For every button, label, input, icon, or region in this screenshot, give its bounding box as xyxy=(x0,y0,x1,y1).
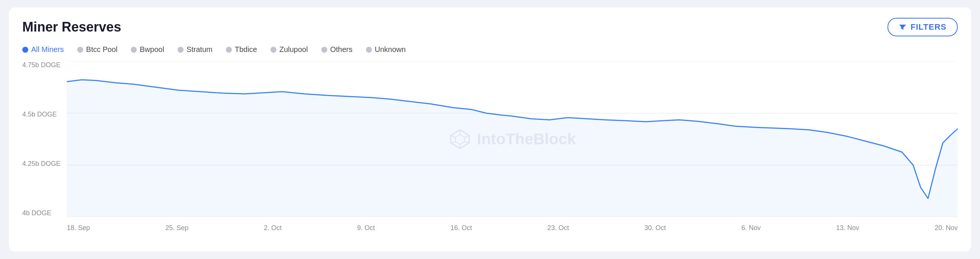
x-label: 6. Nov xyxy=(741,224,761,232)
legend-dot-unknown xyxy=(366,47,372,53)
svg-marker-0 xyxy=(899,25,906,30)
legend-dot-others xyxy=(321,47,327,53)
legend-label-all-miners: All Miners xyxy=(31,45,64,54)
legend-label-tbdice: Tbdice xyxy=(235,45,257,54)
page-title: Miner Reserves xyxy=(22,19,121,35)
x-label: 18. Sep xyxy=(67,224,90,232)
legend-dot-all-miners xyxy=(22,47,28,53)
legend-label-stratum: Stratum xyxy=(186,45,213,54)
filters-label: FILTERS xyxy=(910,22,947,32)
legend-label-zulupool: Zulupool xyxy=(279,45,308,54)
svg-marker-13 xyxy=(67,80,958,217)
legend-dot-zulupool xyxy=(270,47,277,53)
legend-item-others[interactable]: Others xyxy=(321,45,353,54)
filter-icon xyxy=(899,23,907,31)
legend-label-unknown: Unknown xyxy=(375,45,406,54)
x-axis: 18. Sep25. Sep2. Oct9. Oct16. Oct23. Oct… xyxy=(67,218,958,232)
legend-label-btcc-pool: Btcc Pool xyxy=(86,45,118,54)
legend-label-others: Others xyxy=(330,45,353,54)
y-label: 4.75b DOGE xyxy=(22,61,67,69)
legend-row: All MinersBtcc PoolBwpoolStratumTbdiceZu… xyxy=(22,45,958,54)
x-label: 23. Oct xyxy=(547,224,569,232)
y-label: 4.25b DOGE xyxy=(22,160,67,168)
chart-area: 4.75b DOGE4.5b DOGE4.25b DOGE4b DOGE Int… xyxy=(22,61,958,232)
legend-item-stratum[interactable]: Stratum xyxy=(178,45,213,54)
legend-label-bwpool: Bwpool xyxy=(140,45,164,54)
x-label: 16. Oct xyxy=(450,224,472,232)
legend-item-all-miners[interactable]: All Miners xyxy=(22,45,64,54)
y-label: 4.5b DOGE xyxy=(22,111,67,118)
legend-dot-bwpool xyxy=(131,47,137,53)
main-card: Miner Reserves FILTERS All MinersBtcc Po… xyxy=(9,8,971,251)
y-axis: 4.75b DOGE4.5b DOGE4.25b DOGE4b DOGE xyxy=(22,61,67,217)
chart-svg xyxy=(67,61,958,217)
legend-item-tbdice[interactable]: Tbdice xyxy=(226,45,257,54)
legend-item-btcc-pool[interactable]: Btcc Pool xyxy=(77,45,118,54)
legend-dot-stratum xyxy=(178,47,183,53)
x-label: 13. Nov xyxy=(836,224,859,232)
header-row: Miner Reserves FILTERS xyxy=(22,18,958,36)
legend-item-unknown[interactable]: Unknown xyxy=(366,45,406,54)
x-label: 9. Oct xyxy=(357,224,375,232)
chart-inner: IntoTheBlock xyxy=(67,61,958,217)
legend-dot-btcc-pool xyxy=(77,47,83,53)
legend-dot-tbdice xyxy=(226,47,232,53)
x-label: 30. Oct xyxy=(644,224,666,232)
x-label: 20. Nov xyxy=(935,224,958,232)
y-label: 4b DOGE xyxy=(22,209,67,217)
x-label: 25. Sep xyxy=(165,224,188,232)
filters-button[interactable]: FILTERS xyxy=(888,18,958,36)
x-label: 2. Oct xyxy=(264,224,282,232)
legend-item-bwpool[interactable]: Bwpool xyxy=(131,45,164,54)
legend-item-zulupool[interactable]: Zulupool xyxy=(270,45,308,54)
